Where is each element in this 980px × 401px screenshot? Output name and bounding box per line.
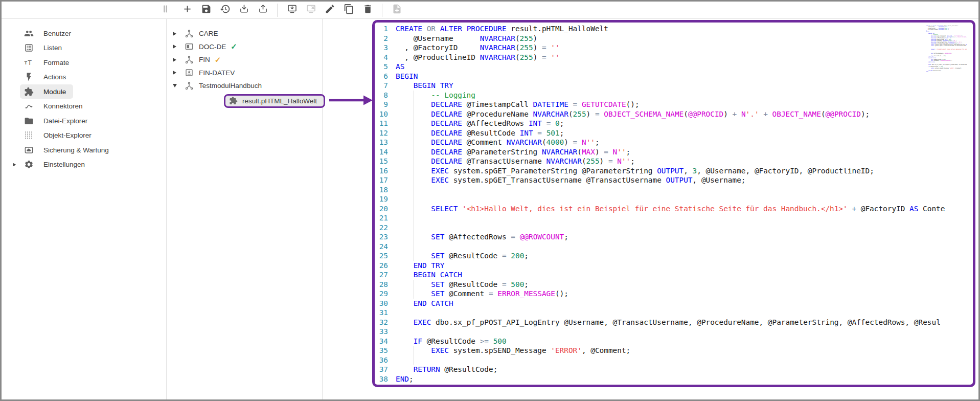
code-line[interactable]: 2 @Username NVARCHAR(255)	[375, 34, 973, 43]
sidebar-item-einstellungen[interactable]: Einstellungen	[2, 158, 166, 172]
code-line[interactable]: 29 SET @Comment = ERROR_MESSAGE();	[375, 289, 973, 299]
edit-button[interactable]	[324, 4, 336, 16]
code-text: SET @AffectedRows = @@ROWCOUNT;	[396, 232, 973, 242]
code-line[interactable]: 7 BEGIN TRY	[375, 81, 973, 91]
code-text: END TRY	[396, 261, 973, 271]
add-button[interactable]	[181, 4, 193, 16]
code-line[interactable]: 37 RETURN @ResultCode;	[375, 365, 973, 374]
code-line[interactable]: 33	[375, 327, 973, 337]
sidebar-item-label: Konnektoren	[43, 102, 83, 110]
sidebar-item-objekt-explorer[interactable]: Objekt-Explorer	[2, 128, 166, 143]
code-line[interactable]: 25 SET @ResultCode = 200;	[375, 251, 973, 261]
code-line[interactable]: 12 DECLARE @ResultCode INT = 501;	[375, 128, 973, 138]
tree-item-fin[interactable]: FIN✓	[167, 53, 322, 66]
code-line[interactable]: 30 END CATCH	[375, 299, 973, 308]
line-number: 14	[375, 147, 388, 157]
sidebar-item-actions[interactable]: Actions	[2, 70, 166, 85]
typography-icon: TT	[24, 57, 34, 68]
delete-button[interactable]	[361, 4, 374, 16]
sidebar-item-listen[interactable]: Listen	[2, 41, 166, 56]
tree-item-testmodulhandbuch[interactable]: TestmodulHandbuch	[167, 79, 322, 93]
drag-handle[interactable]	[159, 4, 171, 16]
editor-region: 1CREATE OR ALTER PROCEDURE result.pHTML_…	[323, 19, 978, 399]
code-text: END;	[396, 374, 973, 384]
save-button[interactable]	[200, 4, 212, 16]
code-line[interactable]: 1CREATE OR ALTER PROCEDURE result.pHTML_…	[375, 24, 973, 34]
line-number: 15	[375, 157, 388, 166]
code-line[interactable]: 28 SET @ResultCode = 500;	[375, 280, 973, 289]
code-line[interactable]: 9 DECLARE @TimestampCall DATETIME = GETU…	[375, 100, 973, 109]
expand-arrow-icon[interactable]	[13, 163, 16, 166]
code-line[interactable]: 6BEGIN	[375, 72, 973, 81]
expand-arrow-icon[interactable]	[173, 71, 176, 75]
code-line[interactable]: 27 BEGIN CATCH	[375, 270, 973, 280]
indent-guide	[414, 91, 414, 100]
restore-button[interactable]	[219, 4, 231, 16]
code-line[interactable]: 26 END TRY	[375, 261, 973, 271]
line-number: 24	[375, 242, 388, 252]
code-text: , @ProductlineID NVARCHAR(255) = ''	[396, 53, 973, 62]
code-line[interactable]: 13 DECLARE @Comment NVARCHAR(4000) = N''…	[375, 138, 973, 147]
tree-item-result-phtml-hallowelt[interactable]: result.pHTML_HalloWelt	[224, 94, 325, 108]
code-line[interactable]: 15 DECLARE @TransactUsername NVARCHAR(25…	[375, 157, 973, 166]
code-line[interactable]: 38END;	[375, 374, 973, 384]
indent-guide	[414, 128, 414, 138]
line-number: 25	[375, 251, 388, 261]
code-line[interactable]: 31	[375, 308, 973, 318]
code-line[interactable]: 4 , @ProductlineID NVARCHAR(255) = ''	[375, 53, 973, 62]
expand-arrow-icon[interactable]	[173, 32, 176, 36]
code-line[interactable]: 18	[375, 185, 973, 195]
duplicate-button[interactable]	[343, 4, 355, 16]
annotation-arrow-icon	[328, 94, 373, 107]
sidebar-item-datei-explorer[interactable]: Datei-Explorer	[2, 114, 166, 128]
code-line[interactable]: 20 SELECT '<h1>Hallo Welt, dies ist ein …	[375, 204, 973, 214]
line-number: 38	[375, 374, 388, 384]
sidebar-item-label: Module	[43, 88, 66, 96]
code-line[interactable]: 24	[375, 242, 973, 252]
expand-arrow-icon[interactable]	[173, 58, 176, 62]
code-line[interactable]: 17 EXEC system.spGET_TransactUsername @T…	[375, 175, 973, 185]
code-text	[396, 327, 973, 337]
sidebar-item-label: Listen	[43, 44, 62, 52]
code-line[interactable]: 36	[375, 355, 973, 365]
code-editor[interactable]: 1CREATE OR ALTER PROCEDURE result.pHTML_…	[372, 20, 975, 387]
expand-arrow-icon[interactable]	[173, 44, 176, 49]
collapse-arrow-icon[interactable]	[173, 84, 177, 87]
code-text: DECLARE @TimestampCall DATETIME = GETUTC…	[396, 100, 973, 109]
sidebar-item-module[interactable]: Module	[2, 84, 166, 99]
code-line[interactable]: 14 DECLARE @ParameterString NVARCHAR(MAX…	[375, 147, 973, 157]
code-text: RETURN @ResultCode;	[396, 365, 973, 374]
line-number: 22	[375, 223, 388, 233]
code-line[interactable]: 21	[375, 213, 973, 223]
toolbar-separator	[277, 4, 278, 17]
sidebar-item-konnektoren[interactable]: Konnektoren	[2, 99, 166, 114]
install-button[interactable]	[286, 4, 298, 16]
upload-button[interactable]	[257, 4, 269, 16]
sidebar-item-sicherung-wartung[interactable]: Sicherung & Wartung	[2, 143, 166, 158]
sidebar-item-label: Actions	[43, 73, 66, 81]
code-line[interactable]: 16 EXEC system.spGET_ParameterString @Pa…	[375, 166, 973, 176]
code-line[interactable]: 35 EXEC system.spSEND_Message 'ERROR', @…	[375, 346, 973, 355]
code-line[interactable]: 5AS	[375, 62, 973, 72]
uninstall-icon	[306, 4, 316, 16]
code-line[interactable]: 11 DECLARE @AffectedRows INT = 0;	[375, 119, 973, 128]
line-number: 1	[375, 24, 388, 34]
code-line[interactable]: 10 DECLARE @ProcedureName NVARCHAR(255) …	[375, 109, 973, 119]
sidebar-item-benutzer[interactable]: Benutzer	[2, 26, 166, 41]
code-line[interactable]: 32 EXEC dbo.sx_pf_pPOST_API_LogEntry @Us…	[375, 318, 973, 327]
minimap[interactable]: CREATE OR ALTER PROCEDURE result.pHTML_H…	[926, 26, 967, 74]
code-line[interactable]: 19	[375, 194, 973, 204]
code-line[interactable]: 22	[375, 223, 973, 233]
tree-item-doc-de[interactable]: DOC-DE✓	[167, 40, 322, 54]
tree-item-care[interactable]: CARE	[167, 27, 322, 40]
line-number: 33	[375, 327, 388, 337]
code-line[interactable]: 34 IF @ResultCode >= 500	[375, 337, 973, 346]
sidebar-item-formate[interactable]: TTFormate	[2, 55, 166, 70]
code-line[interactable]: 23 SET @AffectedRows = @@ROWCOUNT;	[375, 232, 973, 242]
tree-item-fin-datev[interactable]: FIN-DATEV	[167, 66, 322, 80]
indent-guide	[414, 175, 414, 185]
download-button[interactable]	[238, 4, 250, 16]
code-line[interactable]: 8 -- Logging	[375, 91, 973, 100]
tree-item-label: FIN-DATEV	[199, 69, 235, 77]
code-line[interactable]: 3 , @FactoryID NVARCHAR(255) = ''	[375, 43, 973, 53]
